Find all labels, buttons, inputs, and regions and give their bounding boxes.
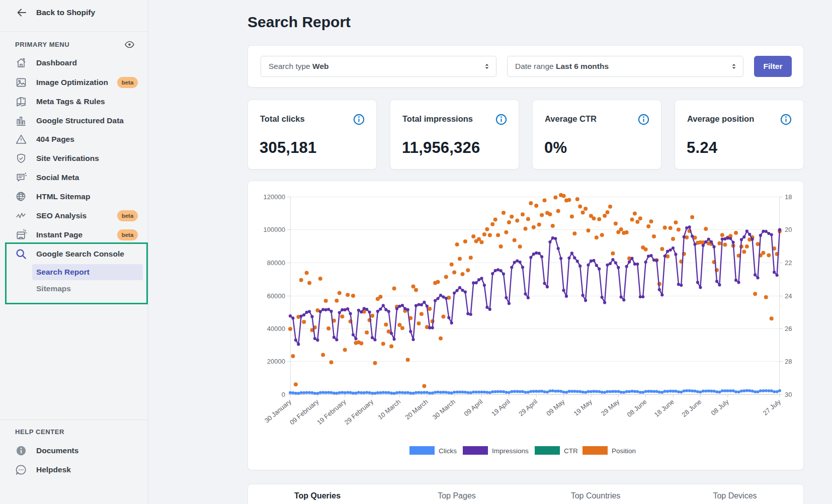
svg-text:80000: 80000 [267,259,285,267]
svg-text:18: 18 [785,193,792,201]
svg-text:Impressions: Impressions [492,447,529,455]
svg-text:18 June: 18 June [653,398,676,418]
svg-text:20000: 20000 [267,358,285,365]
svg-text:19 February: 19 February [315,397,348,426]
svg-text:30 March: 30 March [431,398,457,421]
svg-text:30: 30 [785,391,792,398]
svg-text:28: 28 [785,358,792,365]
svg-text:29 May: 29 May [600,397,621,417]
svg-text:20: 20 [785,226,792,233]
svg-text:27 July: 27 July [762,397,783,416]
svg-text:29 April: 29 April [517,398,539,417]
svg-text:08 July: 08 July [709,397,730,416]
svg-text:100000: 100000 [264,226,285,233]
svg-text:60000: 60000 [267,292,285,300]
svg-text:0: 0 [282,391,285,398]
svg-text:Clicks: Clicks [439,447,457,455]
svg-text:26: 26 [785,325,792,332]
svg-text:09 April: 09 April [463,398,484,417]
svg-text:24: 24 [785,292,792,300]
svg-text:29 February: 29 February [343,397,375,426]
svg-text:08 June: 08 June [625,398,648,418]
svg-text:09 February: 09 February [288,397,320,426]
svg-text:Position: Position [612,447,636,455]
svg-text:20 March: 20 March [404,398,430,421]
svg-text:CTR: CTR [564,447,578,455]
svg-text:19 May: 19 May [572,397,594,417]
svg-text:22: 22 [785,259,792,267]
svg-text:10 March: 10 March [376,398,402,421]
svg-text:40000: 40000 [267,325,285,332]
svg-text:120000: 120000 [264,193,285,201]
svg-text:09 May: 09 May [545,397,566,417]
svg-text:28 June: 28 June [680,398,703,418]
svg-text:19 April: 19 April [490,398,512,417]
